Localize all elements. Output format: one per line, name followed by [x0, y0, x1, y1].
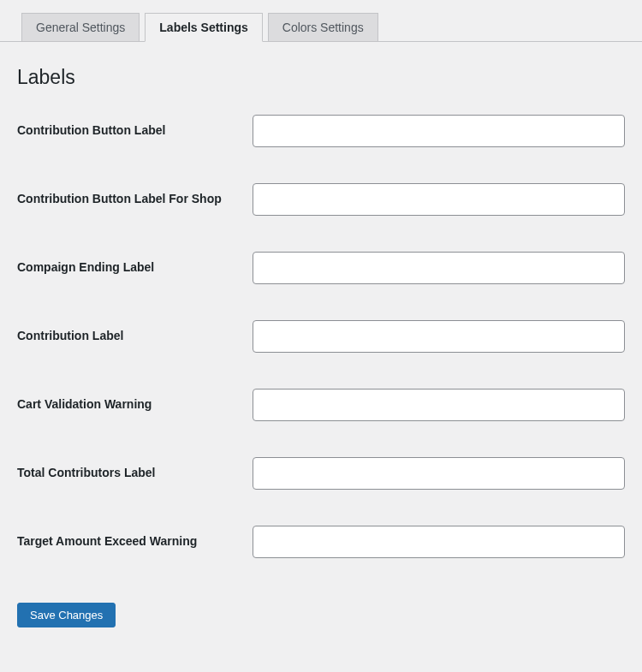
tab-general-settings[interactable]: General Settings: [21, 13, 140, 41]
input-contribution-button-shop[interactable]: [253, 183, 625, 216]
input-campaign-ending[interactable]: [253, 252, 625, 284]
field-row-cart-validation: Cart Validation Warning: [17, 389, 625, 421]
input-contribution[interactable]: [253, 320, 625, 353]
label-total-contributors: Total Contributors Label: [17, 457, 253, 482]
settings-tabs: General Settings Labels Settings Colors …: [0, 0, 642, 42]
tab-labels-settings[interactable]: Labels Settings: [145, 13, 262, 42]
input-total-contributors[interactable]: [253, 457, 625, 490]
input-cart-validation[interactable]: [253, 389, 625, 421]
input-contribution-button[interactable]: [253, 115, 625, 147]
label-cart-validation: Cart Validation Warning: [17, 389, 253, 413]
label-contribution: Contribution Label: [17, 320, 253, 345]
label-target-exceed: Target Amount Exceed Warning: [17, 526, 253, 550]
save-button[interactable]: Save Changes: [17, 603, 116, 627]
label-contribution-button: Contribution Button Label: [17, 115, 253, 140]
input-target-exceed[interactable]: [253, 526, 625, 558]
field-row-target-exceed: Target Amount Exceed Warning: [17, 526, 625, 558]
tab-colors-settings[interactable]: Colors Settings: [268, 13, 378, 41]
field-row-contribution-button: Contribution Button Label: [17, 115, 625, 147]
field-row-contribution-button-shop: Contribution Button Label For Shop: [17, 183, 625, 216]
settings-content: Labels Contribution Button Label Contrib…: [0, 42, 642, 645]
section-heading: Labels: [17, 66, 625, 89]
field-row-contribution: Contribution Label: [17, 320, 625, 353]
label-campaign-ending: Compaign Ending Label: [17, 252, 253, 277]
label-contribution-button-shop: Contribution Button Label For Shop: [17, 183, 253, 208]
field-row-campaign-ending: Compaign Ending Label: [17, 252, 625, 284]
field-row-total-contributors: Total Contributors Label: [17, 457, 625, 490]
